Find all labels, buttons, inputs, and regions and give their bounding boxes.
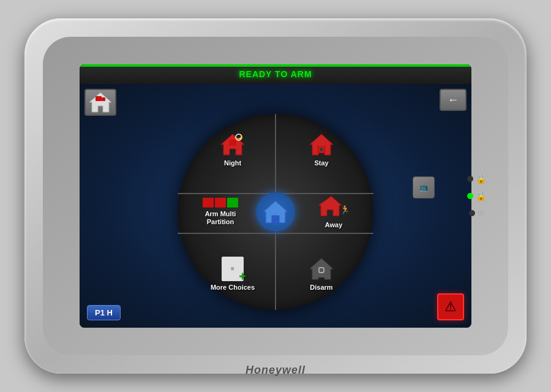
led-2 <box>467 193 473 199</box>
indicator-1: 🔒 <box>467 174 486 184</box>
disarm-house-icon <box>308 257 335 281</box>
partition-icon-1 <box>203 198 214 208</box>
led-3 <box>469 210 475 216</box>
partition-icon-3 <box>227 198 238 208</box>
indicator-3: ✉ <box>469 208 485 218</box>
stay-house-icon <box>308 132 335 157</box>
stay-label: Stay <box>314 159 328 167</box>
media-icon: 📺 <box>419 183 429 192</box>
night-house-icon: 🌙 <box>219 132 246 157</box>
document-icon: ≡ + <box>222 257 244 281</box>
brand-logo: Honeywell <box>246 364 305 377</box>
svg-rect-2 <box>102 97 105 101</box>
alert-button[interactable]: ⚠ <box>437 293 464 320</box>
envelope-icon: ✉ <box>478 208 485 218</box>
ready-to-arm-text: READY TO ARM <box>239 69 312 79</box>
multi-partition-icons <box>203 198 238 208</box>
warning-icon: ⚠ <box>444 299 457 315</box>
lock-icon-2: 🔒 <box>476 191 486 201</box>
device-inner: READY TO ARM ← <box>43 37 508 355</box>
night-label: Night <box>224 159 241 167</box>
svg-marker-0 <box>89 92 111 112</box>
partition-icon-2 <box>215 198 226 208</box>
svg-text:🌙: 🌙 <box>236 134 242 140</box>
away-segment[interactable]: 🏃 Away <box>300 194 367 229</box>
center-home-icon[interactable] <box>256 192 295 232</box>
circular-menu: 🌙 Night Stay <box>178 114 373 310</box>
svg-rect-1 <box>96 96 102 101</box>
lock-icon-1: 🔒 <box>476 174 486 184</box>
back-button[interactable]: ← <box>440 89 467 111</box>
media-icon-box[interactable]: 📺 <box>413 176 435 198</box>
led-1 <box>467 176 473 182</box>
center-house-svg <box>262 200 289 224</box>
plus-icon: + <box>239 270 246 284</box>
svg-marker-13 <box>319 196 342 216</box>
status-bar-green-stripe <box>80 64 471 67</box>
house-icon <box>88 91 113 113</box>
home-icon-button[interactable] <box>84 89 116 116</box>
arm-multi-segment[interactable]: Arm MultiPartition <box>184 198 257 226</box>
svg-point-12 <box>320 148 323 151</box>
svg-text:🏃: 🏃 <box>340 205 348 215</box>
indicator-2: 🔒 <box>467 191 486 201</box>
device-outer: READY TO ARM ← <box>24 18 527 374</box>
stay-segment[interactable]: Stay <box>288 132 355 167</box>
partition-label: P1 H <box>95 308 113 317</box>
more-choices-segment[interactable]: ≡ + More Choices <box>196 257 269 292</box>
status-bar: READY TO ARM <box>80 64 471 84</box>
hardware-indicators: 🔒 🔒 ✉ <box>467 174 486 218</box>
screen: READY TO ARM ← <box>80 64 471 328</box>
svg-rect-7 <box>229 140 236 146</box>
partition-indicator: P1 H <box>87 305 121 320</box>
arm-multi-label: Arm MultiPartition <box>205 210 236 226</box>
back-arrow-icon: ← <box>448 94 459 107</box>
disarm-label: Disarm <box>310 284 332 292</box>
more-choices-label: More Choices <box>211 284 255 292</box>
disarm-segment[interactable]: Disarm <box>288 257 355 292</box>
svg-rect-19 <box>272 216 279 223</box>
night-segment[interactable]: 🌙 Night <box>196 132 269 167</box>
screen-content: ← <box>80 84 471 328</box>
away-label: Away <box>325 221 343 229</box>
away-house-icon: 🏃 <box>319 194 348 219</box>
